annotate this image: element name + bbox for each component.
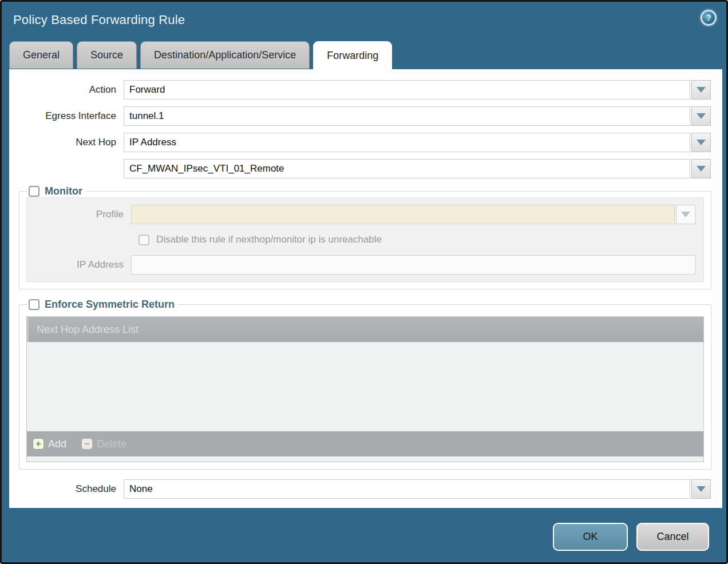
minus-icon: −: [81, 438, 93, 450]
add-button[interactable]: + Add: [33, 438, 66, 450]
egress-interface-dropdown-button[interactable]: [691, 106, 711, 126]
profile-label: Profile: [27, 209, 131, 220]
monitor-legend: Monitor: [27, 185, 86, 197]
enforce-symmetric-return-title: Enforce Symmetric Return: [45, 299, 175, 311]
tab-destination-application-service[interactable]: Destination/Application/Service: [140, 41, 310, 69]
next-hop-dropdown-button[interactable]: [691, 133, 711, 152]
next-hop-row: Next Hop IP Address: [9, 133, 711, 152]
profile-value: [131, 205, 675, 224]
tab-strip: General Source Destination/Application/S…: [9, 41, 395, 69]
chevron-down-icon: [697, 87, 706, 93]
next-hop-address-list-toolbar: + Add − Delete: [27, 431, 703, 456]
forwarding-tab-panel: Action Forward Egress Interface tunnel.1…: [9, 69, 722, 508]
schedule-label: Schedule: [9, 483, 124, 495]
action-dropdown-button[interactable]: [691, 80, 711, 100]
action-combo: Forward: [124, 80, 711, 100]
next-hop-address-combo: CF_MWAN_IPsec_VTI_01_Remote: [124, 159, 711, 178]
dialog-footer: OK Cancel: [553, 523, 709, 551]
next-hop-combo: IP Address: [124, 133, 711, 152]
chevron-down-icon: [681, 212, 690, 217]
tab-general[interactable]: General: [9, 41, 73, 69]
egress-interface-combo: tunnel.1: [124, 106, 711, 126]
egress-interface-row: Egress Interface tunnel.1: [9, 106, 711, 126]
action-value[interactable]: Forward: [124, 80, 690, 100]
monitor-title: Monitor: [45, 185, 82, 197]
tab-source[interactable]: Source: [77, 41, 137, 69]
disable-rule-label: Disable this rule if nexthop/monitor ip …: [156, 234, 382, 245]
monitor-ip-address-label: IP Address: [27, 259, 131, 271]
action-label: Action: [9, 84, 124, 96]
profile-row: Profile: [27, 205, 695, 224]
schedule-row: Schedule None: [9, 479, 711, 499]
help-icon[interactable]: ?: [701, 10, 717, 26]
cancel-button[interactable]: Cancel: [636, 523, 709, 551]
next-hop-address-table: Next Hop Address List + Add − Delete: [26, 316, 704, 462]
egress-interface-value[interactable]: tunnel.1: [124, 106, 690, 126]
enforce-symmetric-return-section: Enforce Symmetric Return Next Hop Addres…: [19, 299, 711, 470]
pbf-rule-dialog: Policy Based Forwarding Rule ? General S…: [0, 0, 728, 564]
next-hop-address-value[interactable]: CF_MWAN_IPsec_VTI_01_Remote: [124, 159, 690, 178]
tab-forwarding[interactable]: Forwarding: [313, 41, 392, 69]
profile-dropdown-button: [676, 205, 695, 224]
monitor-ip-address-input: [131, 255, 695, 275]
schedule-combo: None: [124, 479, 711, 499]
schedule-dropdown-button[interactable]: [691, 479, 711, 499]
ok-button[interactable]: OK: [553, 523, 628, 551]
chevron-down-icon: [697, 140, 706, 145]
monitor-ip-address-row: IP Address: [27, 255, 695, 275]
enforce-symmetric-return-legend: Enforce Symmetric Return: [27, 299, 178, 311]
disable-rule-checkbox: [139, 235, 149, 245]
dialog-title: Policy Based Forwarding Rule: [13, 13, 185, 27]
next-hop-address-dropdown-button[interactable]: [691, 159, 711, 178]
enforce-symmetric-return-checkbox[interactable]: [29, 299, 39, 310]
delete-button-label: Delete: [97, 438, 126, 450]
schedule-value[interactable]: None: [124, 479, 690, 499]
chevron-down-icon: [697, 113, 706, 119]
next-hop-address-row: CF_MWAN_IPsec_VTI_01_Remote: [9, 159, 711, 178]
add-button-label: Add: [48, 438, 66, 450]
next-hop-address-list-header: Next Hop Address List: [27, 317, 703, 342]
delete-button: − Delete: [81, 438, 126, 450]
chevron-down-icon: [697, 486, 706, 492]
monitor-section: Monitor Profile Disable this rule if ne: [19, 185, 711, 289]
monitor-checkbox[interactable]: [29, 186, 39, 197]
title-bar: Policy Based Forwarding Rule ?: [2, 2, 726, 41]
disable-rule-row: Disable this rule if nexthop/monitor ip …: [27, 231, 695, 248]
egress-interface-label: Egress Interface: [9, 110, 124, 122]
plus-icon: +: [33, 438, 44, 450]
next-hop-value[interactable]: IP Address: [124, 133, 690, 152]
monitor-panel: Profile Disable this rule if nexthop/mon…: [26, 197, 704, 282]
table-bottom-strip: [27, 456, 703, 462]
action-row: Action Forward: [9, 80, 711, 100]
profile-combo: [131, 205, 695, 224]
next-hop-address-list-body[interactable]: [27, 342, 703, 431]
next-hop-label: Next Hop: [9, 137, 124, 148]
chevron-down-icon: [697, 166, 706, 172]
